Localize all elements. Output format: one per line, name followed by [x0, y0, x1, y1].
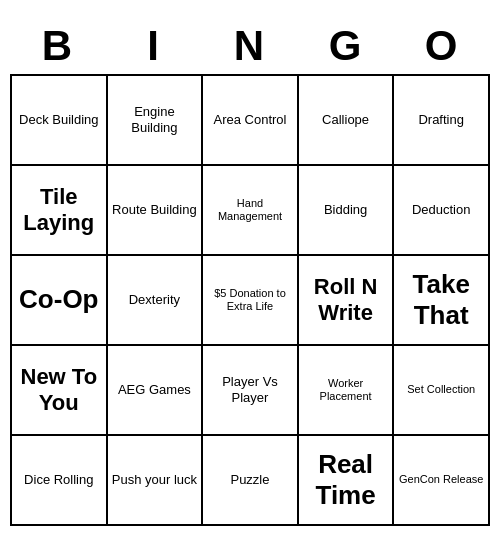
cell-text-6: Route Building — [112, 202, 197, 218]
cell-text-18: Worker Placement — [303, 377, 389, 403]
cell-text-1: Engine Building — [112, 104, 198, 135]
bingo-cell-23[interactable]: Real Time — [299, 436, 395, 526]
header-o: O — [394, 18, 490, 74]
bingo-cell-22[interactable]: Puzzle — [203, 436, 299, 526]
cell-text-4: Drafting — [418, 112, 464, 128]
header-i: I — [106, 18, 202, 74]
cell-text-21: Push your luck — [112, 472, 197, 488]
cell-text-11: Dexterity — [129, 292, 180, 308]
cell-text-23: Real Time — [303, 449, 389, 511]
bingo-cell-12[interactable]: $5 Donation to Extra Life — [203, 256, 299, 346]
cell-text-12: $5 Donation to Extra Life — [207, 287, 293, 313]
bingo-cell-3[interactable]: Calliope — [299, 76, 395, 166]
bingo-card: B I N G O Deck BuildingEngine BuildingAr… — [10, 18, 490, 526]
bingo-grid: Deck BuildingEngine BuildingArea Control… — [10, 74, 490, 526]
cell-text-17: Player Vs Player — [207, 374, 293, 405]
bingo-cell-9[interactable]: Deduction — [394, 166, 490, 256]
bingo-header: B I N G O — [10, 18, 490, 74]
cell-text-16: AEG Games — [118, 382, 191, 398]
bingo-cell-6[interactable]: Route Building — [108, 166, 204, 256]
bingo-cell-11[interactable]: Dexterity — [108, 256, 204, 346]
cell-text-19: Set Collection — [407, 383, 475, 396]
cell-text-8: Bidding — [324, 202, 367, 218]
bingo-cell-1[interactable]: Engine Building — [108, 76, 204, 166]
bingo-cell-19[interactable]: Set Collection — [394, 346, 490, 436]
header-g: G — [298, 18, 394, 74]
bingo-cell-20[interactable]: Dice Rolling — [12, 436, 108, 526]
cell-text-3: Calliope — [322, 112, 369, 128]
bingo-cell-17[interactable]: Player Vs Player — [203, 346, 299, 436]
bingo-cell-18[interactable]: Worker Placement — [299, 346, 395, 436]
cell-text-24: GenCon Release — [399, 473, 483, 486]
cell-text-20: Dice Rolling — [24, 472, 93, 488]
bingo-cell-0[interactable]: Deck Building — [12, 76, 108, 166]
cell-text-5: Tile Laying — [16, 184, 102, 237]
cell-text-10: Co-Op — [19, 284, 98, 315]
bingo-cell-16[interactable]: AEG Games — [108, 346, 204, 436]
bingo-cell-21[interactable]: Push your luck — [108, 436, 204, 526]
bingo-cell-24[interactable]: GenCon Release — [394, 436, 490, 526]
cell-text-9: Deduction — [412, 202, 471, 218]
bingo-cell-15[interactable]: New To You — [12, 346, 108, 436]
cell-text-2: Area Control — [214, 112, 287, 128]
bingo-cell-2[interactable]: Area Control — [203, 76, 299, 166]
cell-text-0: Deck Building — [19, 112, 99, 128]
header-b: B — [10, 18, 106, 74]
cell-text-15: New To You — [16, 364, 102, 417]
bingo-cell-7[interactable]: Hand Management — [203, 166, 299, 256]
bingo-cell-8[interactable]: Bidding — [299, 166, 395, 256]
bingo-cell-5[interactable]: Tile Laying — [12, 166, 108, 256]
bingo-cell-13[interactable]: Roll N Write — [299, 256, 395, 346]
bingo-cell-4[interactable]: Drafting — [394, 76, 490, 166]
header-n: N — [202, 18, 298, 74]
cell-text-7: Hand Management — [207, 197, 293, 223]
cell-text-22: Puzzle — [230, 472, 269, 488]
cell-text-13: Roll N Write — [303, 274, 389, 327]
bingo-cell-14[interactable]: Take That — [394, 256, 490, 346]
bingo-cell-10[interactable]: Co-Op — [12, 256, 108, 346]
cell-text-14: Take That — [398, 269, 484, 331]
